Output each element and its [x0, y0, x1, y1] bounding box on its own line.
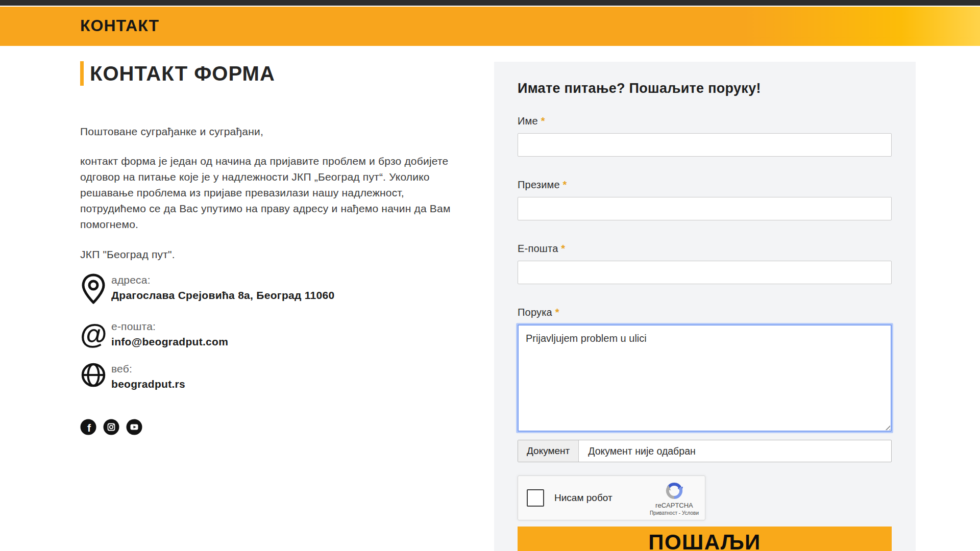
surname-input[interactable]	[518, 197, 892, 220]
recaptcha-brand: reCAPTCHA Приватност - Услови	[650, 481, 699, 516]
youtube-icon[interactable]	[126, 419, 142, 435]
message-label: Порука *	[518, 307, 892, 318]
page-title: КОНТАКТ	[0, 7, 980, 44]
web-row: веб: beogradput.rs	[80, 362, 476, 390]
globe-icon	[80, 362, 111, 390]
required-asterisk: *	[563, 179, 567, 190]
social-links: f	[80, 419, 476, 435]
location-pin-icon	[80, 273, 111, 306]
email-value[interactable]: info@beogradput.com	[111, 336, 228, 348]
intro-paragraph: контакт форма је један од начина да приј…	[80, 153, 476, 232]
instagram-icon[interactable]	[103, 419, 119, 435]
recaptcha-checkbox[interactable]	[527, 489, 544, 507]
email-input[interactable]	[518, 261, 892, 284]
name-input[interactable]	[518, 133, 892, 157]
heading-accent-bar	[80, 61, 84, 86]
document-status: Документ није одабран	[579, 440, 704, 462]
email-field-group: Е-пошта *	[518, 243, 892, 284]
message-field-group: Порука * Prijavljujem problem u ulici	[518, 307, 892, 432]
at-sign-icon: @	[80, 319, 111, 348]
document-button[interactable]: Документ	[518, 440, 579, 462]
required-asterisk: *	[555, 307, 559, 318]
svg-text:f: f	[87, 422, 91, 434]
required-asterisk: *	[561, 243, 565, 254]
web-value[interactable]: beogradput.rs	[111, 378, 185, 390]
document-file-input[interactable]: Документ Документ није одабран	[518, 440, 892, 462]
contact-form-panel: Имате питање? Пошаљите поруку! Име * Пре…	[494, 62, 916, 551]
top-dark-bar	[0, 0, 980, 6]
email-row: @ е-пошта: info@beogradput.com	[80, 319, 476, 348]
surname-field-group: Презиме *	[518, 179, 892, 220]
recaptcha-name: reCAPTCHA	[650, 502, 699, 509]
email-label: Е-пошта *	[518, 243, 892, 255]
facebook-icon[interactable]: f	[80, 419, 96, 435]
address-label: адреса:	[111, 274, 335, 286]
section-heading: КОНТАКТ ФОРМА	[80, 61, 476, 86]
recaptcha-widget: Нисам робот reCAPTCHA Приватност - Услов…	[518, 475, 705, 520]
contact-info-column: КОНТАКТ ФОРМА Поштоване суграђанке и суг…	[80, 61, 476, 435]
address-row: адреса: Драгослава Срејовића 8а, Београд…	[80, 273, 476, 306]
address-value: Драгослава Срејовића 8а, Београд 11060	[111, 289, 335, 302]
recaptcha-logo-icon	[664, 481, 684, 501]
surname-label: Презиме *	[518, 179, 892, 191]
name-field-group: Име *	[518, 115, 892, 157]
form-heading: Имате питање? Пошаљите поруку!	[518, 81, 892, 96]
email-label: е-пошта:	[111, 320, 228, 333]
name-label: Име *	[518, 115, 892, 127]
required-asterisk: *	[541, 115, 545, 127]
web-label: веб:	[111, 363, 185, 375]
section-title: КОНТАКТ ФОРМА	[90, 61, 275, 86]
message-textarea[interactable]: Prijavljujem problem u ulici	[518, 324, 892, 432]
company-paragraph: ЈКП "Београд пут".	[80, 246, 476, 262]
recaptcha-privacy-terms[interactable]: Приватност - Услови	[650, 510, 699, 516]
recaptcha-label: Нисам робот	[554, 492, 612, 504]
page-header: КОНТАКТ	[0, 7, 980, 46]
greeting-paragraph: Поштоване суграђанке и суграђани,	[80, 123, 476, 139]
submit-button[interactable]: ПОШАЉИ	[518, 527, 892, 551]
